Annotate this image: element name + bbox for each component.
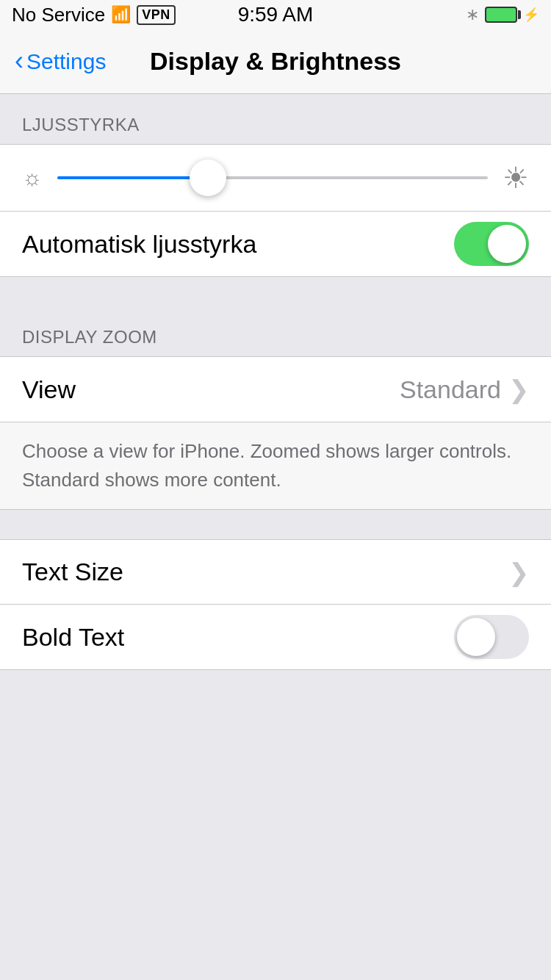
back-chevron-icon: ‹ xyxy=(15,48,24,74)
view-value: Standard xyxy=(400,375,501,404)
text-size-label: Text Size xyxy=(22,558,508,586)
bold-text-toggle[interactable] xyxy=(454,615,529,659)
brightness-section: ☼ ☀ Automatisk ljusstyrka xyxy=(0,144,551,277)
auto-brightness-label: Automatisk ljusstyrka xyxy=(22,230,454,259)
nav-bar: ‹ Settings Display & Brightness xyxy=(0,29,551,94)
brightness-high-icon: ☀ xyxy=(503,161,529,195)
text-size-chevron-icon: ❯ xyxy=(508,558,529,587)
status-bar: No Service 📶 VPN 9:59 AM ∗ ⚡ xyxy=(0,0,551,29)
back-button[interactable]: ‹ Settings xyxy=(15,49,106,74)
page-title: Display & Brightness xyxy=(150,47,401,76)
bold-toggle-thumb xyxy=(457,618,495,656)
vpn-badge: VPN xyxy=(137,5,176,25)
slider-fill xyxy=(57,176,208,179)
slider-thumb[interactable] xyxy=(190,159,226,196)
status-time: 9:59 AM xyxy=(238,3,314,26)
view-chevron-icon: ❯ xyxy=(508,375,529,404)
battery-icon xyxy=(485,7,521,23)
settings-content: LJUSSTYRKA ☼ ☀ Automatisk ljusstyrka xyxy=(0,94,551,670)
view-label: View xyxy=(22,375,400,404)
bluetooth-icon: ∗ xyxy=(466,5,479,24)
back-button-label: Settings xyxy=(26,49,106,74)
brightness-slider[interactable] xyxy=(57,159,489,196)
display-zoom-description: Choose a view for iPhone. Zoomed shows l… xyxy=(22,440,511,491)
group-spacer-2 xyxy=(0,510,551,539)
text-size-row[interactable]: Text Size ❯ xyxy=(0,540,551,605)
view-row[interactable]: View Standard ❯ xyxy=(0,357,551,422)
display-zoom-section: View Standard ❯ xyxy=(0,356,551,422)
toggle-thumb xyxy=(488,225,526,263)
slider-track xyxy=(57,176,489,179)
no-service-text: No Service xyxy=(12,4,105,26)
text-settings-section: Text Size ❯ Bold Text xyxy=(0,539,551,670)
wifi-icon: 📶 xyxy=(111,5,131,24)
auto-brightness-toggle[interactable] xyxy=(454,222,529,266)
brightness-section-header: LJUSSTYRKA xyxy=(0,94,551,144)
display-zoom-description-row: Choose a view for iPhone. Zoomed shows l… xyxy=(0,422,551,510)
bold-text-label: Bold Text xyxy=(22,623,454,652)
bold-text-row: Bold Text xyxy=(0,605,551,669)
brightness-low-icon: ☼ xyxy=(22,165,43,190)
group-spacer-1 xyxy=(0,277,551,306)
battery-container: ⚡ xyxy=(485,7,539,23)
brightness-slider-row: ☼ ☀ xyxy=(0,145,551,212)
charging-icon: ⚡ xyxy=(523,7,539,23)
auto-brightness-row: Automatisk ljusstyrka xyxy=(0,212,551,276)
display-zoom-section-header: DISPLAY ZOOM xyxy=(0,306,551,356)
